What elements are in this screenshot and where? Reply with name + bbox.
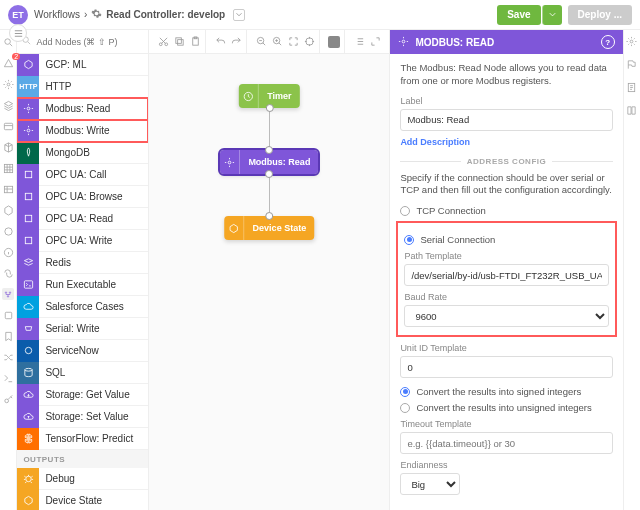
- top-bar: ET Workflows › Read Controller: develop …: [0, 0, 640, 30]
- node-device-state[interactable]: Device State: [17, 490, 148, 510]
- node-redis[interactable]: Redis: [17, 252, 148, 274]
- node-debug[interactable]: Debug: [17, 468, 148, 490]
- expand-icon[interactable]: [369, 36, 381, 48]
- flow-icon[interactable]: [2, 288, 14, 300]
- breadcrumb-root[interactable]: Workflows: [34, 9, 80, 20]
- zoom-in-icon[interactable]: [271, 36, 283, 48]
- redo-icon[interactable]: [230, 36, 242, 48]
- info-icon[interactable]: [2, 246, 14, 258]
- badge-icon[interactable]: [2, 309, 14, 321]
- timeout-input[interactable]: [400, 432, 612, 454]
- canvas-node-modbus-read[interactable]: Modbus: Read: [220, 150, 318, 174]
- canvas[interactable]: Timer Modbus: Read Device State: [149, 30, 389, 510]
- node-search-input[interactable]: [36, 37, 148, 47]
- timeout-label: Timeout Template: [400, 419, 612, 429]
- svg-point-7: [6, 291, 7, 292]
- baud-rate-select[interactable]: 9600: [404, 305, 608, 327]
- svg-rect-25: [178, 40, 184, 46]
- save-dropdown-button[interactable]: [542, 5, 562, 25]
- path-template-label: Path Template: [404, 251, 608, 261]
- book-icon[interactable]: [626, 105, 637, 118]
- add-icon[interactable]: [328, 36, 340, 48]
- list-icon[interactable]: [353, 36, 365, 48]
- unsigned-radio[interactable]: Convert the results into unsigned intege…: [400, 402, 612, 413]
- circle-icon[interactable]: [2, 225, 14, 237]
- table-icon[interactable]: [2, 183, 14, 195]
- serial-connection-radio[interactable]: Serial Connection: [404, 234, 608, 245]
- settings-icon[interactable]: [626, 36, 637, 49]
- unit-id-input[interactable]: [400, 356, 612, 378]
- label-input[interactable]: [400, 109, 612, 131]
- svg-rect-10: [5, 312, 11, 318]
- node-opcua-browse[interactable]: OPC UA: Browse: [17, 186, 148, 208]
- node-gcp-ml[interactable]: GCP: ML: [17, 54, 148, 76]
- panel-description: The Modbus: Read Node allows you to read…: [400, 62, 612, 88]
- flag-icon[interactable]: [626, 59, 637, 72]
- canvas-node-device-state[interactable]: Device State: [225, 216, 315, 240]
- mongodb-icon: [17, 142, 39, 164]
- left-rail: [0, 30, 17, 510]
- node-opcua-call[interactable]: OPC UA: Call: [17, 164, 148, 186]
- node-storage-get[interactable]: Storage: Get Value: [17, 384, 148, 406]
- node-http[interactable]: HTTPHTTP: [17, 76, 148, 98]
- add-description-link[interactable]: Add Description: [400, 137, 470, 147]
- chevron-down-icon[interactable]: [233, 9, 245, 21]
- canvas-toolbar: [149, 30, 389, 54]
- node-modbus-read[interactable]: Modbus: Read: [17, 98, 148, 120]
- node-modbus-write[interactable]: Modbus: Write: [17, 120, 148, 142]
- inbox-icon[interactable]: [2, 120, 14, 132]
- alerts-icon[interactable]: [2, 57, 14, 69]
- deploy-button[interactable]: Deploy ...: [568, 5, 632, 25]
- node-servicenow[interactable]: ServiceNow: [17, 340, 148, 362]
- opcua-icon: [17, 208, 39, 230]
- node-serial-write[interactable]: Serial: Write: [17, 318, 148, 340]
- crosshair-icon[interactable]: [303, 36, 315, 48]
- cloud-up-icon: [17, 406, 39, 428]
- svg-rect-18: [25, 237, 31, 243]
- shuffle-icon[interactable]: [2, 351, 14, 363]
- menu-toggle-icon[interactable]: [9, 24, 27, 42]
- loop-icon[interactable]: [2, 267, 14, 279]
- node-storage-set[interactable]: Storage: Set Value: [17, 406, 148, 428]
- help-icon[interactable]: ?: [601, 35, 615, 49]
- settings-icon[interactable]: [2, 78, 14, 90]
- hexagon-icon[interactable]: [2, 204, 14, 216]
- right-rail: [623, 30, 640, 510]
- terminal-icon[interactable]: [2, 372, 14, 384]
- endianness-label: Endianness: [400, 460, 612, 470]
- bookmark-icon[interactable]: [2, 330, 14, 342]
- save-button[interactable]: Save: [497, 5, 540, 25]
- zoom-out-icon[interactable]: [255, 36, 267, 48]
- svg-point-20: [25, 347, 31, 353]
- tcp-connection-radio[interactable]: TCP Connection: [400, 205, 612, 216]
- layers-icon[interactable]: [2, 99, 14, 111]
- opcua-icon: [17, 186, 39, 208]
- cube-icon[interactable]: [2, 141, 14, 153]
- note-icon[interactable]: [626, 82, 637, 95]
- node-opcua-write[interactable]: OPC UA: Write: [17, 230, 148, 252]
- node-salesforce-cases[interactable]: Salesforce Cases: [17, 296, 148, 318]
- svg-rect-4: [4, 186, 12, 192]
- node-tensorflow[interactable]: TensorFlow: Predict: [17, 428, 148, 450]
- node-sql[interactable]: SQL: [17, 362, 148, 384]
- endianness-select[interactable]: Big: [400, 473, 460, 495]
- svg-point-14: [27, 129, 30, 132]
- tensorflow-icon: [17, 428, 39, 450]
- fit-icon[interactable]: [287, 36, 299, 48]
- device-icon: [225, 216, 245, 240]
- paste-icon[interactable]: [189, 36, 201, 48]
- node-opcua-read[interactable]: OPC UA: Read: [17, 208, 148, 230]
- canvas-node-timer[interactable]: Timer: [239, 84, 299, 108]
- avatar[interactable]: ET: [8, 5, 28, 25]
- cut-icon[interactable]: [157, 36, 169, 48]
- key-icon[interactable]: [2, 393, 14, 405]
- signed-radio[interactable]: Convert the results into signed integers: [400, 386, 612, 397]
- grid-icon[interactable]: [2, 162, 14, 174]
- address-config-header: ADDRESS CONFIG: [400, 157, 612, 166]
- copy-icon[interactable]: [173, 36, 185, 48]
- node-run-executable[interactable]: Run Executable: [17, 274, 148, 296]
- breadcrumb-current[interactable]: Read Controller: develop: [106, 9, 225, 20]
- node-mongodb[interactable]: MongoDB: [17, 142, 148, 164]
- undo-icon[interactable]: [214, 36, 226, 48]
- path-template-input[interactable]: [404, 264, 608, 286]
